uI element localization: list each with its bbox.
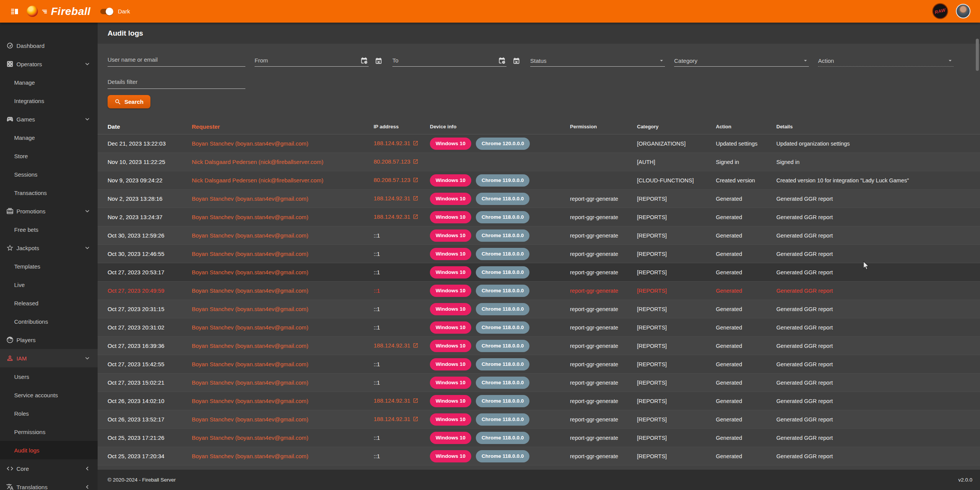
table-row[interactable]: Oct 27, 2023 15:42:55Boyan Stanchev (boy… (98, 355, 980, 374)
sidebar-item-transactions[interactable]: Transactions (0, 184, 98, 202)
chevron-down-icon[interactable] (83, 244, 91, 252)
os-badge: Windows 10 (430, 303, 471, 315)
sidebar-item-iam[interactable]: IAM (0, 349, 98, 367)
ip-address[interactable]: 188.124.92.31 (374, 397, 410, 404)
sidebar-item-operators[interactable]: Operators (0, 55, 98, 73)
from-calendar-icon[interactable] (359, 57, 369, 66)
external-link-icon[interactable] (413, 159, 418, 166)
details-filter-input[interactable] (108, 75, 245, 89)
table-row[interactable]: Oct 26, 2023 13:52:17Boyan Stanchev (boy… (98, 410, 980, 429)
ip-address[interactable]: 80.208.57.123 (374, 158, 410, 165)
table-row[interactable]: Oct 25, 2023 17:21:26Boyan Stanchev (boy… (98, 429, 980, 447)
cell-device-info: Windows 10Chrome 119.0.0.0 (430, 174, 570, 187)
table-row[interactable]: Oct 26, 2023 14:02:10Boyan Stanchev (boy… (98, 392, 980, 410)
column-header-requester: Requester (192, 123, 374, 130)
from-clear-icon[interactable] (374, 57, 383, 67)
scrollbar-thumb[interactable] (976, 39, 979, 71)
category-select[interactable]: Category (674, 54, 809, 67)
sidebar-item-dashboard[interactable]: Dashboard (0, 36, 98, 55)
dark-mode-toggle[interactable] (100, 8, 113, 15)
table-row[interactable]: Oct 30, 2023 12:46:55Boyan Stanchev (boy… (98, 245, 980, 263)
table-row[interactable]: Oct 27, 2023 16:39:36Boyan Stanchev (boy… (98, 337, 980, 355)
table-row[interactable]: Oct 30, 2023 12:59:26Boyan Stanchev (boy… (98, 226, 980, 245)
sidebar-item-jackpots[interactable]: Jackpots (0, 239, 98, 257)
table-row[interactable]: Oct 27, 2023 20:31:02Boyan Stanchev (boy… (98, 318, 980, 337)
sidebar-item-sessions[interactable]: Sessions (0, 165, 98, 184)
table-row[interactable]: Dec 21, 2023 13:22:03Boyan Stanchev (boy… (98, 134, 980, 153)
sidebar-item-games[interactable]: Games (0, 110, 98, 128)
ip-address[interactable]: 80.208.57.123 (374, 177, 410, 183)
sidebar-item-released[interactable]: Released (0, 294, 98, 312)
chevron-down-icon[interactable] (83, 60, 91, 68)
external-link-icon[interactable] (413, 195, 418, 202)
external-link-icon[interactable] (413, 416, 418, 423)
chevron-left-icon[interactable] (83, 483, 91, 490)
table-row[interactable]: Nov 2, 2023 13:28:16Boyan Stanchev (boya… (98, 190, 980, 208)
table-row[interactable]: Oct 27, 2023 20:49:59Boyan Stanchev (boy… (98, 282, 980, 300)
cell-requester: Boyan Stanchev (boyan.stan4ev@gmail.com) (192, 214, 374, 220)
cell-details: Updated organization settings (776, 141, 972, 147)
ip-address[interactable]: 188.124.92.31 (374, 140, 410, 146)
ip-address[interactable]: 188.124.92.31 (374, 213, 410, 220)
table-row[interactable]: Oct 27, 2023 20:31:15Boyan Stanchev (boy… (98, 300, 980, 318)
sidebar-item-manage[interactable]: Manage (0, 128, 98, 147)
cell-details: Created version 10 for integration "Lady… (776, 177, 972, 184)
external-link-icon[interactable] (413, 177, 418, 184)
chevron-left-icon[interactable] (83, 465, 91, 472)
sidebar-item-audit-logs[interactable]: Audit logs (0, 441, 98, 459)
menu-toggle-icon[interactable] (10, 0, 19, 23)
to-date-input[interactable] (392, 54, 497, 66)
chevron-down-icon[interactable] (83, 115, 91, 123)
external-link-icon[interactable] (413, 140, 418, 147)
sidebar-item-service-accounts[interactable]: Service accounts (0, 386, 98, 404)
external-link-icon[interactable] (413, 398, 418, 405)
ip-address[interactable]: 188.124.92.31 (374, 195, 410, 202)
table-row[interactable]: Nov 2, 2023 13:24:37Boyan Stanchev (boya… (98, 208, 980, 226)
os-badge: Windows 10 (430, 450, 471, 462)
chevron-down-icon[interactable] (83, 354, 91, 362)
sidebar-item-core[interactable]: Core (0, 459, 98, 478)
ip-address[interactable]: 188.124.92.31 (374, 416, 410, 422)
jackpots-icon (6, 244, 14, 252)
external-link-icon[interactable] (413, 343, 418, 349)
sidebar-item-store[interactable]: Store (0, 147, 98, 165)
sidebar-item-label: Audit logs (14, 447, 39, 454)
from-date-input[interactable] (255, 54, 359, 66)
table-row[interactable]: Oct 27, 2023 20:53:17Boyan Stanchev (boy… (98, 263, 980, 282)
sidebar-item-free-bets[interactable]: Free bets (0, 220, 98, 239)
table-row[interactable]: Nov 9, 2023 09:24:22Nick Dalsgaard Peder… (98, 171, 980, 190)
user-avatar[interactable] (956, 4, 970, 18)
cell-device-info: Windows 10Chrome 118.0.0.0 (430, 285, 570, 297)
sidebar-item-live[interactable]: Live (0, 275, 98, 294)
sidebar-item-users[interactable]: Users (0, 367, 98, 386)
org-avatar[interactable]: RAW (933, 4, 947, 18)
external-link-icon[interactable] (413, 214, 418, 221)
sidebar-item-translations[interactable]: Translations (0, 478, 98, 490)
search-button[interactable]: Search (108, 95, 150, 108)
sidebar-item-promotions[interactable]: Promotions (0, 202, 98, 220)
action-select[interactable]: Action (818, 54, 954, 67)
chevron-down-icon[interactable] (83, 207, 91, 215)
sidebar-item-contributions[interactable]: Contributions (0, 312, 98, 331)
os-badge: Windows 10 (430, 266, 471, 279)
to-calendar-icon[interactable] (497, 57, 506, 66)
cell-date: Oct 27, 2023 20:53:17 (108, 269, 192, 275)
sidebar-item-templates[interactable]: Templates (0, 257, 98, 275)
cell-device-info: Windows 10Chrome 118.0.0.0 (430, 413, 570, 426)
cell-device-info: Windows 10Chrome 118.0.0.0 (430, 211, 570, 223)
main-content: Audit logs (98, 23, 980, 490)
username-input[interactable] (108, 53, 245, 67)
sidebar-item-manage[interactable]: Manage (0, 73, 98, 92)
sidebar-item-integrations[interactable]: Integrations (0, 92, 98, 110)
sidebar-item-players[interactable]: Players (0, 331, 98, 349)
sidebar-item-permissions[interactable]: Permissions (0, 423, 98, 441)
cell-action: Generated (716, 361, 776, 367)
cell-ip-address: 188.124.92.31 (374, 416, 430, 423)
to-clear-icon[interactable] (512, 57, 521, 67)
ip-address[interactable]: 188.124.92.31 (374, 342, 410, 349)
table-row[interactable]: Oct 25, 2023 17:20:34Boyan Stanchev (boy… (98, 447, 980, 465)
table-row[interactable]: Nov 10, 2023 11:22:25Nick Dalsgaard Pede… (98, 153, 980, 171)
table-row[interactable]: Oct 27, 2023 15:02:21Boyan Stanchev (boy… (98, 374, 980, 392)
sidebar-item-roles[interactable]: Roles (0, 404, 98, 423)
status-select[interactable]: Status (530, 54, 665, 67)
